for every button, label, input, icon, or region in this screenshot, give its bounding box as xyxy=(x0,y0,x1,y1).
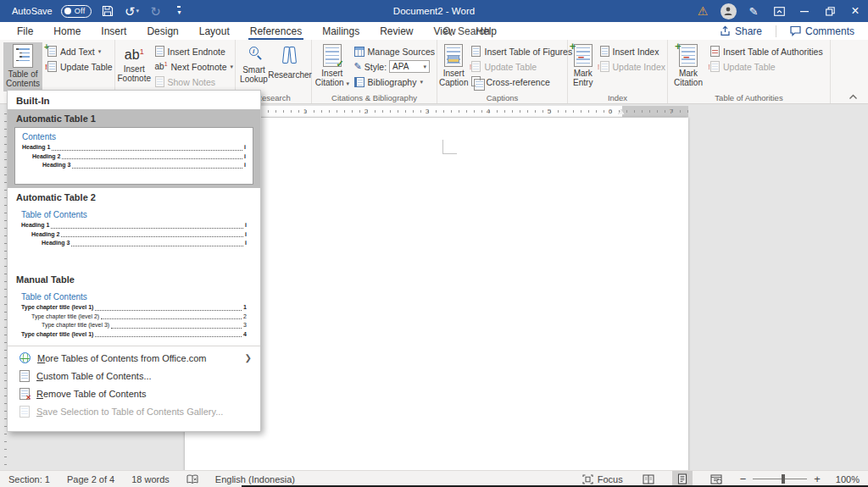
tab-layout[interactable]: Layout xyxy=(189,22,240,40)
web-layout-icon xyxy=(710,474,722,484)
right-indent-marker[interactable] xyxy=(618,109,625,114)
menu-item-custom-table-of-contents[interactable]: Custom Table of Contents... xyxy=(8,367,260,385)
insert-table-of-figures-button[interactable]: Insert Table of Figures xyxy=(471,45,572,58)
researcher-icon xyxy=(281,47,298,65)
proofing-book-icon xyxy=(186,474,198,484)
menu-item-remove-table-of-contents[interactable]: ✕ Remove Table of Contents xyxy=(8,385,260,402)
tab-references[interactable]: References xyxy=(240,22,312,40)
tab-home[interactable]: Home xyxy=(43,22,91,40)
close-button[interactable]: × xyxy=(843,0,868,22)
ink-button[interactable]: ✎ xyxy=(741,0,766,22)
zoom-out-button[interactable]: − xyxy=(740,474,747,484)
gallery-preview: Table of Contents Heading 1i Heading 2i … xyxy=(14,206,253,267)
menu-item-more-tables[interactable]: More Tables of Contents from Office.com … xyxy=(8,349,260,367)
gallery-item-automatic-table-2[interactable]: Automatic Table 2 Table of Contents Head… xyxy=(8,188,260,270)
mark-entry-button[interactable]: +− MarkEntry xyxy=(570,42,597,87)
autosave-toggle[interactable]: Off xyxy=(61,5,92,18)
update-table-authorities-icon: ! xyxy=(710,61,720,72)
mark-entry-icon: +− xyxy=(574,44,593,67)
update-table-captions-button[interactable]: ! Update Table xyxy=(471,60,572,73)
insert-index-button[interactable]: Insert Index xyxy=(600,45,665,58)
comments-button[interactable]: Comments xyxy=(782,22,863,40)
focus-label: Focus xyxy=(598,474,623,484)
gallery-item-title: Automatic Table 1 xyxy=(14,112,253,127)
ribbon-group-authorities: +− MarkCitation Insert Table of Authorit… xyxy=(668,40,831,103)
tab-file[interactable]: File xyxy=(7,22,43,40)
ruler-number: 2 xyxy=(364,108,368,115)
insert-table-of-authorities-icon xyxy=(710,46,720,57)
toc-row: Type chapter title (level 3)3 xyxy=(21,321,247,330)
insert-caption-button[interactable]: InsertCaption xyxy=(439,42,468,87)
manage-sources-button[interactable]: Manage Sources xyxy=(354,45,435,58)
search-box[interactable]: Search xyxy=(442,22,490,40)
style-select[interactable]: APA ▾ xyxy=(389,60,430,73)
toc-row: Heading 2i xyxy=(21,230,247,240)
insert-table-of-authorities-button[interactable]: Insert Table of Authorities xyxy=(710,45,823,58)
update-table-button[interactable]: ! Update Table xyxy=(47,60,113,73)
qat-customize-button[interactable]: ▾ xyxy=(171,2,186,20)
mark-citation-button[interactable]: +− MarkCitation xyxy=(670,42,707,87)
zoom-slider[interactable] xyxy=(753,479,807,480)
table-of-contents-button[interactable]: Table of Contents ▾ xyxy=(3,42,42,91)
globe-icon xyxy=(19,352,31,363)
toc-row: Heading 2i xyxy=(22,152,246,162)
tab-design[interactable]: Design xyxy=(136,22,188,40)
word-window: AutoSave Off ↺▾ ↻ ▾ Document2 xyxy=(0,0,868,487)
insert-footnote-button[interactable]: ab1 InsertFootnote xyxy=(117,42,152,83)
researcher-button[interactable]: Researcher xyxy=(270,42,309,80)
account-button[interactable] xyxy=(715,0,741,22)
undo-button[interactable]: ↺▾ xyxy=(124,2,139,20)
add-text-icon: + xyxy=(47,46,57,57)
bibliography-button[interactable]: Bibliography▾ xyxy=(354,75,435,88)
tab-insert[interactable]: Insert xyxy=(91,22,136,40)
gallery-item-automatic-table-1[interactable]: Automatic Table 1 Contents Heading 1i He… xyxy=(8,109,260,188)
update-index-icon: ! xyxy=(600,61,609,72)
insert-citation-button[interactable]: ✓ Insert Citation ▾ xyxy=(314,42,351,88)
update-table-authorities-button[interactable]: ! Update Table xyxy=(710,60,823,73)
ribbon-group-captions: InsertCaption Insert Table of Figures ! … xyxy=(437,40,568,103)
smart-lookup-icon: i xyxy=(248,47,261,60)
show-notes-button[interactable]: Show Notes xyxy=(155,75,234,88)
tab-review[interactable]: Review xyxy=(370,22,423,40)
focus-icon xyxy=(582,474,593,484)
gallery-item-manual-table[interactable]: Manual Table Table of Contents Type chap… xyxy=(8,270,260,344)
dropdown-section-header: Built-In xyxy=(8,91,260,109)
cross-reference-button[interactable]: Cross-reference xyxy=(471,75,572,88)
redo-button[interactable]: ↻ xyxy=(147,2,163,20)
add-text-button[interactable]: + Add Text▾ xyxy=(47,45,113,58)
search-icon xyxy=(442,26,453,36)
search-label: Search xyxy=(458,25,490,37)
save-button[interactable] xyxy=(100,2,115,20)
update-index-button[interactable]: ! Update Index xyxy=(600,60,665,73)
share-button[interactable]: Share xyxy=(711,22,771,40)
group-label-citations: Citations & Bibliography xyxy=(312,93,437,102)
menu-item-save-selection-to-gallery[interactable]: Save Selection to Table of Contents Gall… xyxy=(8,402,260,420)
remove-toc-icon: ✕ xyxy=(19,388,30,400)
status-word-count[interactable]: 18 words xyxy=(130,471,171,487)
status-page[interactable]: Page 2 of 4 xyxy=(65,471,116,487)
divider xyxy=(776,25,776,37)
toc-row: Heading 3i xyxy=(21,239,247,248)
status-section[interactable]: Section: 1 xyxy=(7,471,52,487)
ribbon-display-options-button[interactable] xyxy=(766,0,792,22)
print-layout-icon xyxy=(677,473,687,484)
toc-row: Heading 1i xyxy=(22,143,246,152)
zoom-in-button[interactable]: + xyxy=(814,474,821,484)
zoom-slider-thumb[interactable] xyxy=(782,474,785,484)
alert-button[interactable]: ⚠ xyxy=(690,0,715,22)
proofing-status-button[interactable] xyxy=(185,471,200,487)
preview-heading: Table of Contents xyxy=(21,210,247,219)
minimize-button[interactable] xyxy=(792,0,817,22)
ruler-number: 4 xyxy=(487,108,490,115)
next-footnote-button[interactable]: ab1 Next Footnote▾ xyxy=(155,60,234,73)
smart-lookup-button[interactable]: i SmartLookup xyxy=(237,42,270,84)
comments-label: Comments xyxy=(805,25,854,37)
insert-endnote-button[interactable]: Insert Endnote xyxy=(155,45,234,58)
tab-mailings[interactable]: Mailings xyxy=(312,22,370,40)
collapse-ribbon-button[interactable] xyxy=(849,94,858,100)
toc-row: Heading 3i xyxy=(22,161,246,170)
ribbon-spacer xyxy=(831,40,868,103)
combo-caret-icon: ▾ xyxy=(424,64,427,70)
restore-button[interactable] xyxy=(817,0,843,22)
minimize-icon xyxy=(800,7,809,15)
